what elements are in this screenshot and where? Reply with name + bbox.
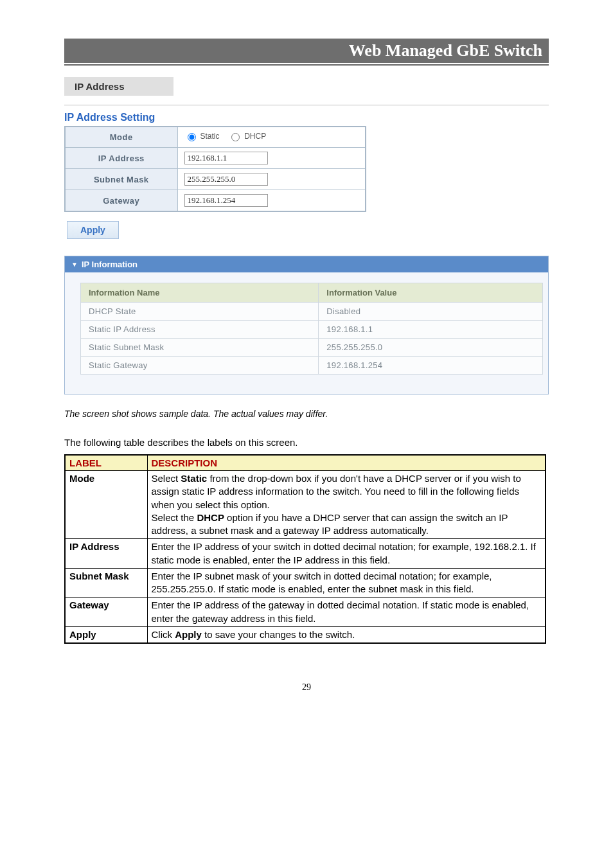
info-value: 192.168.1.1 xyxy=(319,321,543,339)
ip-information-table: Information Name Information Value DHCP … xyxy=(80,283,543,375)
info-value: Disabled xyxy=(319,303,543,321)
desc-th-label: LABEL xyxy=(65,455,147,471)
radio-static[interactable] xyxy=(188,133,196,141)
table-row: Subnet Mask Enter the IP subnet mask of … xyxy=(65,568,546,598)
info-name: DHCP State xyxy=(81,303,319,321)
radio-static-label: Static xyxy=(200,132,220,141)
radio-static-wrap[interactable]: Static xyxy=(184,131,220,141)
setting-title: IP Address Setting xyxy=(64,112,549,123)
desc-text: Select Static from the drop-down box if … xyxy=(147,471,546,539)
table-row: IP Address Enter the IP address of your … xyxy=(65,539,546,569)
desc-label: Subnet Mask xyxy=(65,568,147,598)
desc-th-desc: DESCRIPTION xyxy=(147,455,546,471)
table-row: Gateway Enter the IP address of the gate… xyxy=(65,598,546,627)
table-row: Mode Select Static from the drop-down bo… xyxy=(65,471,546,539)
page-title-text: Web Managed GbE Switch xyxy=(349,41,542,60)
info-name: Static Gateway xyxy=(81,357,319,375)
info-th-name: Information Name xyxy=(81,283,319,303)
desc-text: Enter the IP subnet mask of your switch … xyxy=(147,568,546,598)
radio-dhcp[interactable] xyxy=(231,133,240,141)
ip-information-body: Information Name Information Value DHCP … xyxy=(65,272,548,394)
mask-input[interactable] xyxy=(184,173,268,186)
table-row: Static IP Address 192.168.1.1 xyxy=(81,321,543,339)
ip-settings-form: Mode Static DHCP IP Address Subnet Mask … xyxy=(64,126,366,212)
gateway-label: Gateway xyxy=(65,190,177,212)
info-name: Static IP Address xyxy=(81,321,319,339)
info-value: 255.255.255.0 xyxy=(319,339,543,357)
desc-label: IP Address xyxy=(65,539,147,569)
ip-label: IP Address xyxy=(65,148,177,169)
radio-dhcp-label: DHCP xyxy=(244,132,266,141)
radio-dhcp-wrap[interactable]: DHCP xyxy=(228,131,266,141)
ip-information-header[interactable]: ▼ IP Information xyxy=(65,256,548,272)
table-row: Static Gateway 192.168.1.254 xyxy=(81,357,543,375)
section-tab: IP Address xyxy=(64,77,173,96)
section-tab-label: IP Address xyxy=(75,81,125,92)
body-text: The following table describes the labels… xyxy=(64,437,549,448)
ip-input[interactable] xyxy=(184,152,268,164)
page-number: 29 xyxy=(64,682,549,693)
ip-information-panel: ▼ IP Information Information Name Inform… xyxy=(64,256,549,394)
page-title-bar: Web Managed GbE Switch xyxy=(64,39,549,63)
info-name: Static Subnet Mask xyxy=(81,339,319,357)
desc-label: Gateway xyxy=(65,598,147,627)
table-row: DHCP State Disabled xyxy=(81,303,543,321)
title-underline xyxy=(64,64,549,66)
desc-text: Enter the IP address of the gateway in d… xyxy=(147,598,546,627)
mode-value-cell: Static DHCP xyxy=(177,127,366,148)
info-panel-title: IP Information xyxy=(82,260,138,269)
divider xyxy=(64,105,549,105)
info-value: 192.168.1.254 xyxy=(319,357,543,375)
desc-text: Enter the IP address of your switch in d… xyxy=(147,539,546,569)
table-row: Apply Click Apply to save your changes t… xyxy=(65,626,546,643)
apply-button-label: Apply xyxy=(80,225,105,235)
table-row: Static Subnet Mask 255.255.255.0 xyxy=(81,339,543,357)
screenshot-caption: The screen shot shows sample data. The a… xyxy=(64,409,549,419)
info-th-value: Information Value xyxy=(319,283,543,303)
chevron-down-icon: ▼ xyxy=(71,261,78,268)
mode-label: Mode xyxy=(65,127,177,148)
desc-text: Click Apply to save your changes to the … xyxy=(147,626,546,643)
desc-label: Mode xyxy=(65,471,147,539)
apply-button[interactable]: Apply xyxy=(67,221,119,239)
gateway-input[interactable] xyxy=(184,194,268,207)
description-table: LABEL DESCRIPTION Mode Select Static fro… xyxy=(64,454,546,644)
desc-label: Apply xyxy=(65,626,147,643)
mask-label: Subnet Mask xyxy=(65,169,177,190)
